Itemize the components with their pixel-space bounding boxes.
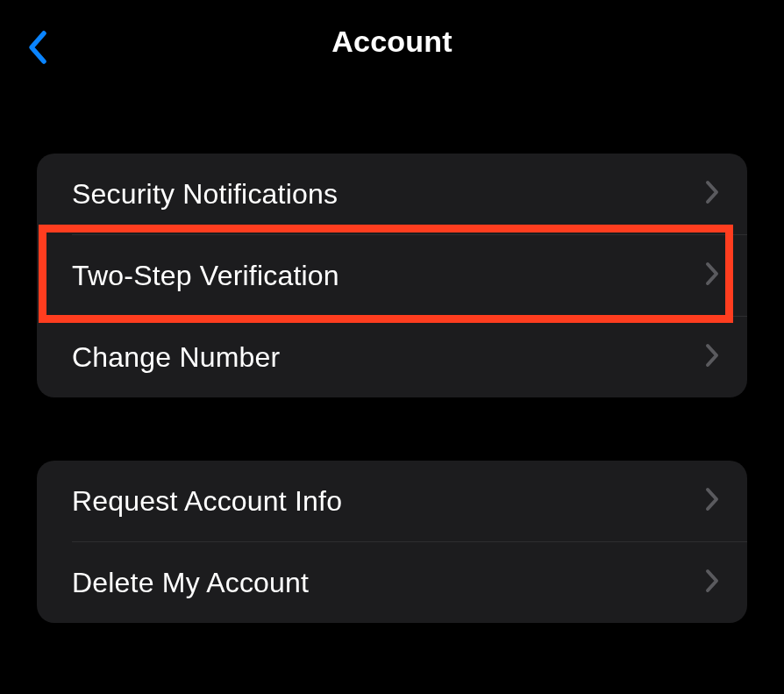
row-request-account-info[interactable]: Request Account Info: [37, 461, 747, 541]
row-label: Two-Step Verification: [72, 260, 339, 292]
row-label: Delete My Account: [72, 567, 309, 599]
chevron-right-icon: [705, 487, 719, 515]
row-label: Security Notifications: [72, 178, 338, 211]
settings-section-1: Security Notifications Two-Step Verifica…: [37, 154, 747, 397]
chevron-right-icon: [705, 180, 719, 208]
content: Security Notifications Two-Step Verifica…: [0, 83, 784, 623]
back-button[interactable]: [19, 32, 54, 67]
nav-bar: Account: [0, 0, 784, 83]
page-title: Account: [331, 25, 452, 59]
settings-section-2: Request Account Info Delete My Account: [37, 461, 747, 623]
row-delete-my-account[interactable]: Delete My Account: [37, 542, 747, 623]
row-two-step-verification[interactable]: Two-Step Verification: [37, 235, 747, 316]
row-label: Change Number: [72, 341, 280, 374]
chevron-right-icon: [705, 343, 719, 371]
row-change-number[interactable]: Change Number: [37, 317, 747, 397]
chevron-left-icon: [26, 30, 47, 68]
chevron-right-icon: [705, 569, 719, 597]
row-label: Request Account Info: [72, 485, 342, 518]
chevron-right-icon: [705, 261, 719, 290]
row-security-notifications[interactable]: Security Notifications: [37, 154, 747, 234]
